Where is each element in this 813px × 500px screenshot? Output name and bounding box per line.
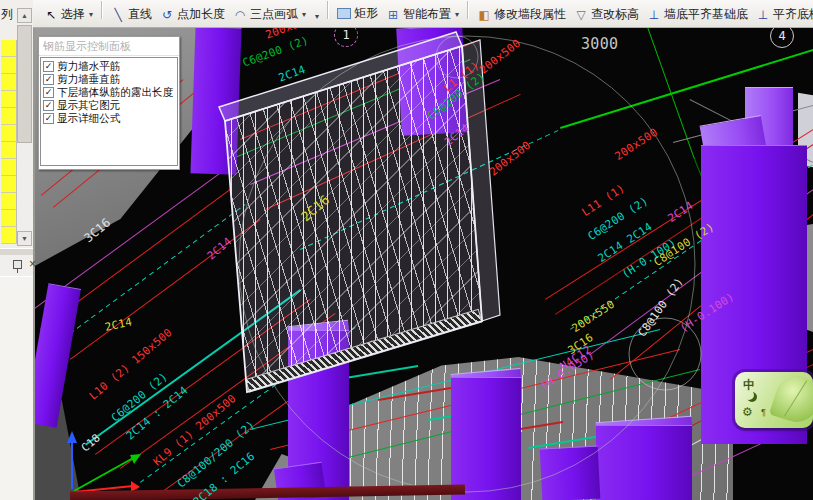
checkbox-label: 显示详细公式 — [57, 111, 120, 126]
dock-yellow-cell[interactable] — [1, 91, 17, 108]
purple-column[interactable] — [451, 377, 521, 500]
close-icon[interactable]: × — [29, 257, 36, 271]
dock-yellow-cell[interactable] — [1, 176, 17, 193]
toolbar-modify-wall-props-label: 修改墙段属性 — [494, 6, 566, 23]
dock-yellow-cell[interactable] — [1, 108, 17, 125]
line-icon: ╲ — [111, 9, 125, 21]
chevron-down-icon[interactable]: ▾ — [315, 12, 319, 21]
toolbar-smart-layout-button[interactable]: ⊞智能布置▾ — [382, 3, 463, 26]
rect-icon — [337, 8, 351, 19]
dock-header-char: 列 — [1, 6, 13, 23]
toolbar: ↖选择▾╲直线↺点加长度◠三点画弧▾▾矩形⊞智能布置▾◧修改墙段属性▽查改标高⊥… — [33, 0, 813, 28]
wall-props-icon: ◧ — [477, 9, 491, 21]
elevation-icon: ▽ — [574, 9, 588, 21]
dock-yellow-cell[interactable] — [1, 210, 17, 227]
slab-align-icon: ⊥ — [756, 9, 770, 21]
pin-icon[interactable] — [13, 260, 22, 269]
left-dock-panel: 列 ▲ ▼ × — [0, 0, 35, 500]
rebar-display-control-panel[interactable]: 钢筋显示控制面板 ✓剪力墙水平筋✓剪力墙垂直筋✓下层墙体纵筋的露出长度✓显示其它… — [38, 36, 180, 170]
purple-column[interactable] — [33, 283, 81, 428]
toolbar-three-point-arc-button[interactable]: ◠三点画弧▾ — [229, 3, 310, 26]
toolbar-point-length-label: 点加长度 — [177, 6, 225, 23]
toolbar-select-button[interactable]: ↖选择▾ — [40, 3, 97, 26]
dock-yellow-cell[interactable] — [1, 227, 17, 244]
dock-scrollbar[interactable]: ▲ ▼ — [17, 8, 32, 246]
ime-status-bar[interactable]: 中 ⚙ ¶ — [735, 372, 813, 428]
checkbox[interactable]: ✓ — [43, 113, 54, 124]
toolbar-separator — [467, 1, 469, 19]
scrollbar-thumb[interactable] — [17, 25, 32, 143]
purple-column[interactable] — [596, 425, 692, 500]
toolbar-wall-bottom-align-label: 墙底平齐基础底 — [664, 6, 748, 23]
dock-yellow-cell[interactable] — [1, 74, 17, 91]
dock-yellow-cell[interactable] — [1, 142, 17, 159]
panel-checkbox-list: ✓剪力墙水平筋✓剪力墙垂直筋✓下层墙体纵筋的露出长度✓显示其它图元✓显示详细公式 — [40, 57, 178, 166]
toolbar-three-point-arc-label: 三点画弧 — [250, 6, 298, 23]
dock-yellow-cell[interactable] — [1, 125, 17, 142]
toolbar-check-elevation-label: 查改标高 — [591, 6, 639, 23]
toolbar-modify-wall-props-button[interactable]: ◧修改墙段属性 — [473, 3, 570, 26]
panel-title: 钢筋显示控制面板 — [39, 37, 179, 56]
chevron-down-icon[interactable]: ▾ — [302, 10, 306, 19]
toolbar-separator — [101, 1, 103, 19]
toolbar-separator — [327, 1, 329, 19]
leaf-decoration — [769, 372, 813, 428]
toolbar-rect-label: 矩形 — [354, 5, 378, 22]
dock-yellow-column — [1, 40, 16, 244]
smart-layout-icon: ⊞ — [386, 9, 400, 21]
toolbar-slab-align-button[interactable]: ⊥平齐底板 — [752, 3, 813, 26]
wall-bottom-icon: ⊥ — [647, 9, 661, 21]
moon-icon[interactable] — [747, 392, 757, 402]
dock-yellow-cell[interactable] — [1, 159, 17, 176]
tool-icon[interactable]: ¶ — [761, 407, 766, 417]
dock-yellow-cell[interactable] — [1, 57, 17, 74]
app-window: { "toolbar": { "items": [ {"id":"select"… — [0, 0, 813, 500]
dock-empty-panel — [0, 276, 33, 500]
gear-icon[interactable]: ⚙ — [742, 405, 753, 419]
toolbar-extra-dropdown-button[interactable]: ▾ — [310, 9, 323, 24]
toolbar-line-label: 直线 — [128, 6, 152, 23]
dock-yellow-cell[interactable] — [1, 40, 17, 57]
cursor-icon: ↖ — [44, 9, 58, 21]
point-length-icon: ↺ — [160, 9, 174, 21]
toolbar-line-button[interactable]: ╲直线 — [107, 3, 156, 26]
checkbox[interactable]: ✓ — [43, 74, 54, 85]
toolbar-rect-button[interactable]: 矩形 — [333, 2, 382, 25]
checkbox[interactable]: ✓ — [43, 100, 54, 111]
dock-subpanel-header: × — [0, 255, 33, 276]
toolbar-wall-bottom-align-button[interactable]: ⊥墙底平齐基础底 — [643, 3, 752, 26]
panel-checkbox-row: ✓显示详细公式 — [41, 112, 177, 125]
toolbar-slab-align-label: 平齐底板 — [773, 6, 813, 23]
chevron-down-icon[interactable]: ▾ — [455, 10, 459, 19]
toolbar-smart-layout-label: 智能布置 — [403, 6, 451, 23]
toolbar-select-label: 选择 — [61, 6, 85, 23]
purple-column[interactable] — [540, 446, 601, 500]
toolbar-check-elevation-button[interactable]: ▽查改标高 — [570, 3, 643, 26]
checkbox[interactable]: ✓ — [43, 61, 54, 72]
dock-yellow-cell[interactable] — [1, 193, 17, 210]
checkbox[interactable]: ✓ — [43, 87, 54, 98]
arc-icon: ◠ — [233, 9, 247, 21]
scroll-down-icon[interactable]: ▼ — [17, 231, 32, 246]
scroll-up-icon[interactable]: ▲ — [17, 8, 32, 23]
chevron-down-icon[interactable]: ▾ — [89, 10, 93, 19]
toolbar-point-length-button[interactable]: ↺点加长度 — [156, 3, 229, 26]
